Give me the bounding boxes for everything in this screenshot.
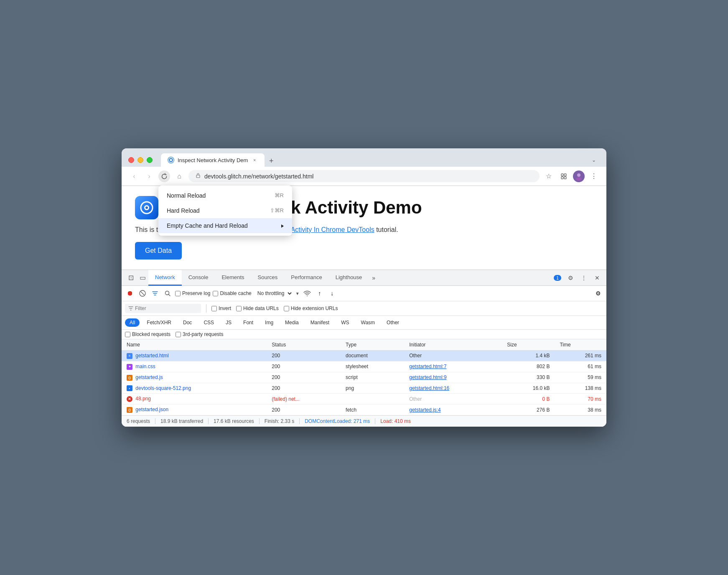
tab-lighthouse[interactable]: Lighthouse bbox=[329, 270, 369, 286]
type-filter-doc[interactable]: Doc bbox=[178, 318, 196, 327]
cell-type bbox=[341, 394, 404, 405]
clear-log-button[interactable] bbox=[137, 288, 148, 298]
type-filter-other[interactable]: Other bbox=[382, 318, 404, 327]
table-row[interactable]: ✕ 48.png (failed) net... Other 0 B 70 ms bbox=[122, 394, 606, 405]
tab-network[interactable]: Network bbox=[148, 270, 182, 286]
tab-elements[interactable]: Elements bbox=[215, 270, 251, 286]
empty-cache-reload-item[interactable]: Empty Cache and Hard Reload bbox=[158, 218, 292, 233]
reload-button[interactable] bbox=[158, 170, 170, 182]
devtools-settings-button[interactable]: ⚙ bbox=[565, 272, 576, 284]
hide-data-urls-checkbox[interactable]: Hide data URLs bbox=[236, 305, 279, 311]
new-tab-button[interactable]: + bbox=[265, 155, 277, 167]
normal-reload-shortcut: ⌘R bbox=[275, 192, 284, 198]
type-filter-img[interactable]: Img bbox=[260, 318, 278, 327]
hard-reload-item[interactable]: Hard Reload ⇧⌘R bbox=[158, 203, 292, 218]
active-tab[interactable]: Inspect Network Activity Dem × bbox=[161, 153, 265, 167]
table-row[interactable]: ✦ main.css 200 stylesheet getstarted.htm… bbox=[122, 361, 606, 372]
table-row[interactable]: ▪ devtools-square-512.png 200 png getsta… bbox=[122, 383, 606, 394]
table-row[interactable]: ≡ getstarted.html 200 document Other 1.4… bbox=[122, 351, 606, 361]
cell-status: 200 bbox=[267, 383, 341, 394]
cell-type: document bbox=[341, 351, 404, 361]
hide-extension-urls-checkbox[interactable]: Hide extension URLs bbox=[284, 305, 338, 311]
file-name[interactable]: devtools-square-512.png bbox=[135, 385, 191, 391]
initiator-link[interactable]: getstarted.html:16 bbox=[409, 385, 449, 391]
forward-button[interactable]: › bbox=[143, 170, 155, 182]
type-filter-css[interactable]: CSS bbox=[199, 318, 219, 327]
devtools-more-button[interactable]: ⋮ bbox=[578, 272, 590, 284]
type-filter-all[interactable]: All bbox=[125, 318, 140, 327]
blocked-bar: Blocked requests 3rd-party requests bbox=[122, 330, 606, 339]
address-bar[interactable]: devtools.glitch.me/network/getstarted.ht… bbox=[188, 170, 540, 182]
initiator-link[interactable]: getstarted.js:4 bbox=[409, 407, 440, 413]
disable-cache-checkbox[interactable]: Disable cache bbox=[213, 290, 251, 296]
table-row[interactable]: {} getstarted.json 200 fetch getstarted.… bbox=[122, 405, 606, 415]
more-tabs-button[interactable]: » bbox=[369, 271, 379, 285]
cell-name: ≡ getstarted.html bbox=[122, 351, 267, 361]
tab-sources[interactable]: Sources bbox=[251, 270, 285, 286]
file-name[interactable]: main.css bbox=[135, 364, 155, 369]
cell-type: script bbox=[341, 372, 404, 383]
file-name[interactable]: 48.png bbox=[135, 396, 151, 402]
filter-input[interactable] bbox=[135, 305, 198, 311]
normal-reload-item[interactable]: Normal Reload ⌘R bbox=[158, 188, 292, 203]
tab-performance[interactable]: Performance bbox=[284, 270, 328, 286]
svg-point-16 bbox=[307, 295, 308, 296]
devtools-inspect-icon[interactable]: ⊡ bbox=[125, 272, 137, 284]
throttle-select[interactable]: No throttling bbox=[254, 289, 293, 298]
profile-avatar[interactable] bbox=[573, 170, 585, 182]
type-filter-manifest[interactable]: Manifest bbox=[306, 318, 334, 327]
network-settings-button[interactable]: ⚙ bbox=[593, 288, 603, 298]
file-name[interactable]: getstarted.html bbox=[135, 353, 168, 359]
type-filter-wasm[interactable]: Wasm bbox=[356, 318, 380, 327]
export-har-button[interactable]: ↑ bbox=[315, 288, 325, 298]
type-filter-js[interactable]: JS bbox=[221, 318, 236, 327]
col-time: Time bbox=[555, 339, 606, 351]
initiator-link[interactable]: getstarted.html:9 bbox=[409, 374, 446, 380]
devtools-close-button[interactable]: ✕ bbox=[591, 272, 603, 284]
browser-menu-button[interactable]: ⋮ bbox=[588, 170, 600, 182]
cell-status: 200 bbox=[267, 372, 341, 383]
bookmark-button[interactable]: ☆ bbox=[543, 170, 555, 182]
get-data-button[interactable]: Get Data bbox=[135, 242, 182, 260]
cell-status: (failed) net... bbox=[267, 394, 341, 405]
search-button[interactable] bbox=[163, 288, 173, 298]
invert-checkbox[interactable]: Invert bbox=[211, 305, 231, 311]
tab-dropdown-button[interactable]: ⌄ bbox=[588, 154, 600, 166]
third-party-checkbox[interactable]: 3rd-party requests bbox=[176, 331, 223, 337]
preserve-log-checkbox[interactable]: Preserve log bbox=[175, 290, 210, 296]
network-toolbar: ⏺ Preserve log bbox=[122, 286, 606, 301]
extensions-button[interactable] bbox=[558, 170, 570, 182]
cell-initiator: Other bbox=[404, 351, 502, 361]
import-har-button[interactable]: ↓ bbox=[327, 288, 337, 298]
file-name[interactable]: getstarted.js bbox=[135, 374, 163, 380]
cell-status: 200 bbox=[267, 361, 341, 372]
type-filter-media[interactable]: Media bbox=[280, 318, 303, 327]
omnibar: ‹ › Normal Reload ⌘R Hard Reload ⇧⌘R bbox=[122, 167, 606, 186]
address-security-icon bbox=[195, 173, 201, 180]
tab-close-button[interactable]: × bbox=[251, 157, 258, 163]
maximize-button[interactable] bbox=[147, 157, 153, 163]
wifi-icon-button[interactable] bbox=[302, 288, 312, 298]
type-filter-font[interactable]: Font bbox=[239, 318, 258, 327]
cell-size: 802 B bbox=[502, 361, 555, 372]
cell-time: 70 ms bbox=[555, 394, 606, 405]
table-row[interactable]: {} getstarted.js 200 script getstarted.h… bbox=[122, 372, 606, 383]
cell-time: 38 ms bbox=[555, 405, 606, 415]
network-table: Name Status Type Initiator Size Time ≡ g… bbox=[122, 339, 606, 415]
record-stop-button[interactable]: ⏺ bbox=[125, 288, 135, 298]
console-badge: 1 bbox=[554, 275, 561, 281]
initiator-text: Other bbox=[409, 396, 422, 402]
file-name[interactable]: getstarted.json bbox=[135, 407, 168, 412]
blocked-requests-checkbox[interactable]: Blocked requests bbox=[125, 331, 171, 337]
svg-rect-3 bbox=[561, 174, 563, 176]
type-filter-ws[interactable]: WS bbox=[336, 318, 354, 327]
tab-console[interactable]: Console bbox=[182, 270, 215, 286]
devtools-device-icon[interactable]: ▭ bbox=[137, 272, 148, 284]
close-button[interactable] bbox=[128, 157, 134, 163]
filter-icon-button[interactable] bbox=[150, 288, 160, 298]
home-button[interactable]: ⌂ bbox=[173, 170, 185, 182]
initiator-link[interactable]: getstarted.html:7 bbox=[409, 364, 446, 369]
type-filter-fetch-xhr[interactable]: Fetch/XHR bbox=[142, 318, 176, 327]
minimize-button[interactable] bbox=[137, 157, 143, 163]
back-button[interactable]: ‹ bbox=[128, 170, 140, 182]
